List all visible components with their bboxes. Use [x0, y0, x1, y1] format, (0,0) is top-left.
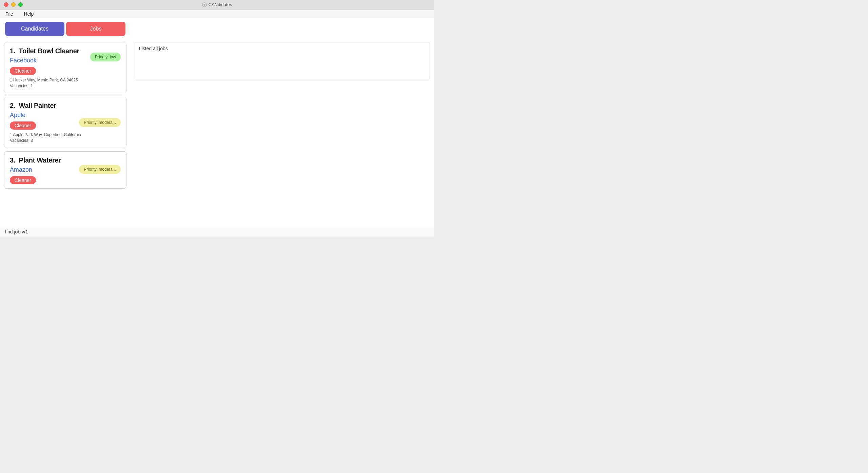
app-icon	[202, 2, 207, 7]
job-2-vacancies: Vacancies: 3	[10, 138, 121, 143]
status-box: Listed all jobs	[135, 42, 430, 79]
job-1-priority: Priority: low	[90, 53, 121, 61]
jobs-list: 1. Toilet Bowl Cleaner Facebook Cleaner …	[0, 39, 131, 227]
maximize-button[interactable]	[18, 2, 23, 7]
menu-help[interactable]: Help	[22, 11, 36, 17]
tab-candidates[interactable]: Candidates	[5, 22, 64, 36]
job-2-title: 2. Wall Painter	[10, 102, 121, 110]
bottom-bar: find job v/1	[0, 227, 434, 236]
job-2-address: 1 Apple Park Way, Cupertino, California	[10, 132, 121, 137]
job-1-address: 1 Hacker Way, Menlo Park, CA 94025	[10, 78, 121, 82]
job-3-tag: Cleaner	[10, 176, 36, 184]
window-title: CANdidates	[202, 2, 232, 7]
job-card-1[interactable]: 1. Toilet Bowl Cleaner Facebook Cleaner …	[4, 42, 126, 93]
job-2-tag: Cleaner	[10, 121, 36, 130]
job-1-vacancies: Vacancies: 1	[10, 83, 121, 88]
job-card-3[interactable]: 3. Plant Waterer Amazon Cleaner Priority…	[4, 151, 126, 189]
menu-bar: File Help	[0, 10, 434, 18]
minimize-button[interactable]	[11, 2, 16, 7]
job-1-tag: Cleaner	[10, 67, 36, 75]
svg-point-1	[203, 4, 205, 5]
window-title-text: CANdidates	[209, 2, 232, 7]
traffic-lights	[4, 2, 23, 7]
tab-jobs[interactable]: Jobs	[66, 22, 125, 36]
close-button[interactable]	[4, 2, 8, 7]
title-bar: CANdidates	[0, 0, 434, 10]
status-text: Listed all jobs	[139, 46, 168, 51]
job-2-priority: Priority: modera...	[79, 118, 121, 127]
menu-file[interactable]: File	[3, 11, 15, 17]
status-panel: Listed all jobs	[131, 39, 434, 227]
job-card-2[interactable]: 2. Wall Painter Apple Cleaner 1 Apple Pa…	[4, 97, 126, 148]
job-3-title: 3. Plant Waterer	[10, 156, 121, 164]
tab-bar: Candidates Jobs	[0, 18, 434, 39]
app-content: Candidates Jobs 1. Toilet Bowl Cleaner F…	[0, 18, 434, 236]
job-3-priority: Priority: modera...	[79, 165, 121, 174]
middle-section: 1. Toilet Bowl Cleaner Facebook Cleaner …	[0, 39, 434, 227]
bottom-bar-text: find job v/1	[5, 229, 28, 234]
